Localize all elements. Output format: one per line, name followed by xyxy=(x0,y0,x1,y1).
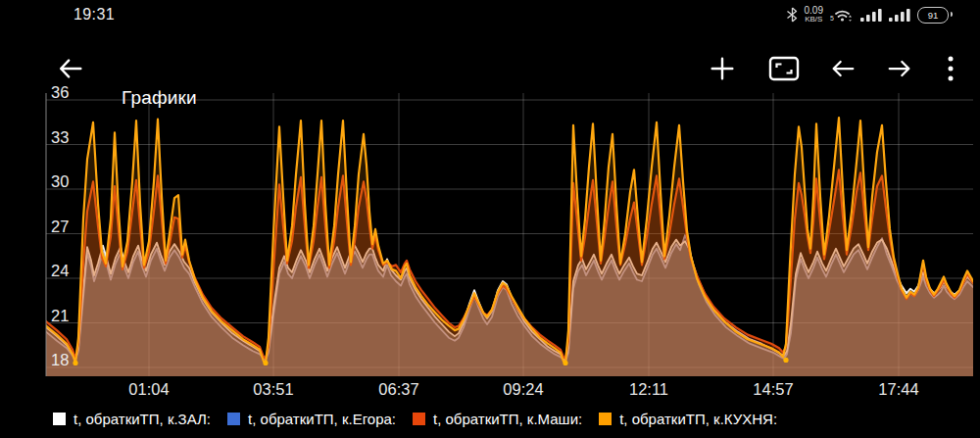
y-tick-label: 21 xyxy=(51,307,69,324)
legend-label: t, обраткиТП, к.КУХНЯ: xyxy=(619,411,777,427)
y-tick-label: 18 xyxy=(51,351,69,368)
dip-marker xyxy=(783,358,788,363)
dip-marker xyxy=(263,361,268,365)
chart-legend: t, обраткиТП, к.ЗАЛ:t, обраткиТП, к.Егор… xyxy=(53,411,777,427)
dip-marker xyxy=(563,361,567,365)
legend-swatch-icon xyxy=(599,413,612,425)
x-tick-label: 12:11 xyxy=(629,380,668,398)
x-tick-label: 01:04 xyxy=(128,380,169,398)
x-tick-label: 17:44 xyxy=(878,380,918,398)
y-tick-label: 36 xyxy=(51,83,69,101)
legend-label: t, обраткиТП, к.ЗАЛ: xyxy=(74,411,211,427)
x-tick-label: 09:24 xyxy=(503,380,543,398)
y-tick-label: 33 xyxy=(51,128,69,146)
legend-swatch-icon xyxy=(413,413,425,425)
legend-item[interactable]: t, обраткиТП, к.КУХНЯ: xyxy=(599,411,777,427)
legend-swatch-icon xyxy=(53,413,66,425)
plot-area[interactable] xyxy=(46,93,973,380)
chart-canvas[interactable]: 1821242730333601:0403:5106:3709:2412:111… xyxy=(0,0,980,438)
y-tick-label: 30 xyxy=(51,172,69,190)
x-tick-label: 03:51 xyxy=(253,380,293,398)
legend-swatch-icon xyxy=(227,413,240,425)
y-tick-label: 24 xyxy=(51,262,69,279)
legend-item[interactable]: t, обраткиТП, к.Егора: xyxy=(227,411,396,427)
y-tick-label: 27 xyxy=(51,218,69,235)
legend-item[interactable]: t, обраткиТП, к.Маши: xyxy=(413,411,582,427)
y-axis-labels: 18212427303336 xyxy=(51,83,69,368)
legend-item[interactable]: t, обраткиТП, к.ЗАЛ: xyxy=(53,411,211,427)
x-tick-label: 14:57 xyxy=(753,380,793,398)
phone-screen: 19:31 0.09 KB/S 5 xyxy=(0,0,980,438)
legend-label: t, обраткиТП, к.Маши: xyxy=(433,411,582,427)
legend-label: t, обраткиТП, к.Егора: xyxy=(248,411,396,427)
x-axis-labels: 01:0403:5106:3709:2412:1114:5717:44 xyxy=(128,380,918,398)
x-tick-label: 06:37 xyxy=(378,380,418,398)
dip-marker xyxy=(73,361,77,365)
